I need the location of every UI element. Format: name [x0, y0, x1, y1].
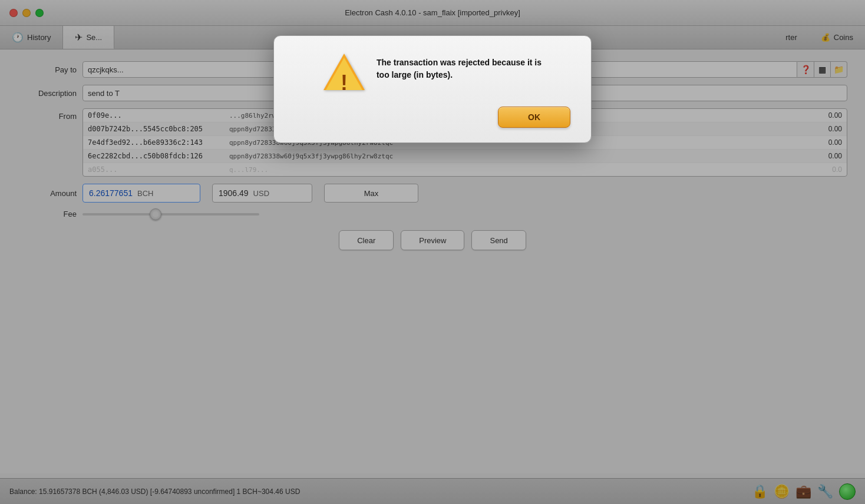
error-modal: ! The transaction was rejected because i…: [273, 35, 592, 143]
modal-overlay: ! The transaction was rejected because i…: [0, 0, 865, 504]
modal-message-line2: too large (in bytes).: [377, 70, 453, 79]
modal-content-top: ! The transaction was rejected because i…: [323, 54, 542, 95]
ok-button[interactable]: OK: [498, 107, 570, 128]
modal-message-line1: The transaction was rejected because it …: [377, 58, 542, 67]
warning-exclamation: !: [341, 72, 348, 94]
warning-icon: !: [323, 54, 365, 95]
modal-message: The transaction was rejected because it …: [377, 54, 542, 81]
